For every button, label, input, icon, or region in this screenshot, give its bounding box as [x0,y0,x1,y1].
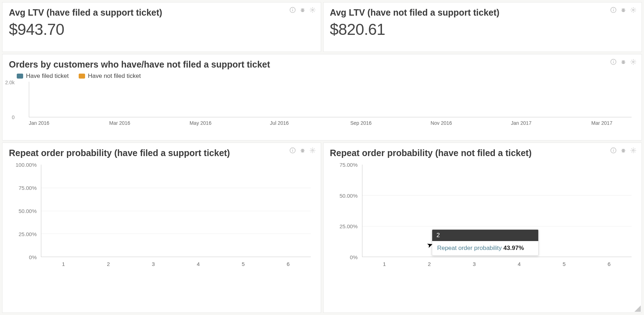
svg-point-31 [311,150,313,151]
svg-rect-26 [292,149,293,150]
bug-icon[interactable] [620,147,627,154]
swatch-not-filed [79,74,85,79]
info-icon[interactable] [610,147,617,154]
orders-chart: 2.0k 0 Jan 2016Mar 2016May 2016Jul 2016S… [17,82,632,135]
panel-actions [610,147,637,154]
x-tick-label: May 2016 [189,120,230,126]
info-icon[interactable] [289,7,296,13]
gear-icon[interactable] [630,147,637,154]
gear-icon[interactable] [630,7,637,13]
panel-repeat-filed: Repeat order probability (have filed a s… [2,143,321,313]
x-tick-label [471,120,511,126]
panel-title: Avg LTV (have not filed a support ticket… [330,7,635,18]
x-tick-label: 3 [131,261,176,267]
svg-rect-10 [613,9,614,9]
tooltip-value: 43.97% [503,245,524,251]
svg-rect-1 [292,10,293,11]
legend-item-not-filed[interactable]: Have not filed ticket [79,73,141,80]
gear-icon[interactable] [630,59,637,65]
panel-actions [610,7,637,13]
x-tick-label: 2 [86,261,131,267]
x-tick-label: Nov 2016 [431,120,471,126]
svg-point-39 [633,150,634,151]
x-tick-label: 3 [452,261,497,267]
info-icon[interactable] [610,59,617,65]
y-tick-label: 0% [29,254,37,260]
y-tick-label: 0 [12,114,15,120]
x-tick-label [230,120,270,126]
x-tick-label: Mar 2017 [591,120,632,126]
ltv-unfiled-value: $820.61 [330,21,635,38]
x-tick-label [310,120,350,126]
svg-point-23 [633,61,634,63]
svg-rect-25 [292,150,293,152]
bug-icon[interactable] [299,7,306,13]
panel-title: Repeat order probability (have not filed… [330,148,635,158]
chart-tooltip: 2 Repeat order probability 43.97% [432,229,539,256]
info-icon[interactable] [610,7,617,13]
x-tick-label [150,120,190,126]
swatch-filed [17,74,23,79]
x-tick-label: 1 [362,261,407,267]
panel-title: Avg LTV (have filed a support ticket) [9,7,314,18]
svg-rect-9 [613,10,614,11]
svg-rect-33 [613,150,614,152]
repeat-filed-chart: 100.00%75.00%50.00%25.00%0% 123456 [9,161,314,268]
y-tick-label: 2.0k [5,80,15,85]
x-tick-label: Jul 2016 [270,120,310,126]
x-tick-label: 6 [266,261,310,267]
orders-plot-area[interactable] [29,82,632,117]
x-tick-label [69,120,109,126]
x-tick-label: 5 [221,261,266,267]
y-tick-label: 25.00% [19,231,37,237]
legend-label: Have not filed ticket [88,73,141,80]
ltv-filed-value: $943.70 [9,21,314,38]
svg-rect-34 [613,149,614,150]
tooltip-header: 2 [432,230,538,241]
x-tick-label: 4 [176,261,221,267]
y-tick-label: 50.00% [19,208,37,214]
repeat-unfiled-chart: 75.00%50.00%25.00%0% 123456 2 Repeat ord… [330,161,635,268]
panel-ltv-filed: Avg LTV (have filed a support ticket) $9… [2,2,321,52]
y-tick-label: 75.00% [19,185,37,191]
gear-icon[interactable] [309,147,316,154]
svg-point-15 [633,9,634,11]
panel-orders: Orders by customers who have/have not fi… [2,54,642,140]
x-tick-label: Mar 2016 [109,120,150,126]
x-tick-label: Jan 2017 [511,120,551,126]
bug-icon[interactable] [620,59,627,65]
x-tick-label: 2 [407,261,452,267]
resize-handle-icon[interactable] [634,305,641,312]
panel-actions [610,59,637,65]
plot-area[interactable] [41,165,311,257]
info-icon[interactable] [289,147,296,154]
panel-title: Orders by customers who have/have not fi… [9,59,635,70]
panel-actions [289,147,316,154]
y-tick-label: 0% [350,254,358,260]
x-tick-label: Sep 2016 [350,120,391,126]
bug-icon[interactable] [620,7,627,13]
panel-repeat-unfiled: Repeat order probability (have not filed… [323,143,642,313]
y-axis: 75.00%50.00%25.00%0% [330,165,359,257]
svg-rect-17 [613,62,614,63]
x-tick-label [391,120,431,126]
y-tick-label: 100.00% [16,162,37,168]
legend-item-filed[interactable]: Have filed ticket [17,73,69,80]
y-tick-label: 25.00% [340,223,358,229]
panel-actions [289,7,316,13]
x-axis: 123456 [362,261,632,267]
legend-label: Have filed ticket [26,73,69,80]
x-axis: 123456 [41,261,311,267]
dashboard: Avg LTV (have filed a support ticket) $9… [0,0,644,315]
svg-rect-18 [613,60,614,61]
x-tick-label: 1 [41,261,86,267]
x-tick-label: 6 [587,261,632,267]
panel-ltv-unfiled: Avg LTV (have not filed a support ticket… [323,2,642,52]
x-tick-label [551,120,591,126]
gear-icon[interactable] [309,7,316,13]
x-tick-label: 4 [497,261,541,267]
tooltip-label: Repeat order probability [437,245,502,251]
x-tick-label: 5 [542,261,587,267]
bug-icon[interactable] [299,147,306,154]
panel-title: Repeat order probability (have filed a s… [9,148,314,158]
